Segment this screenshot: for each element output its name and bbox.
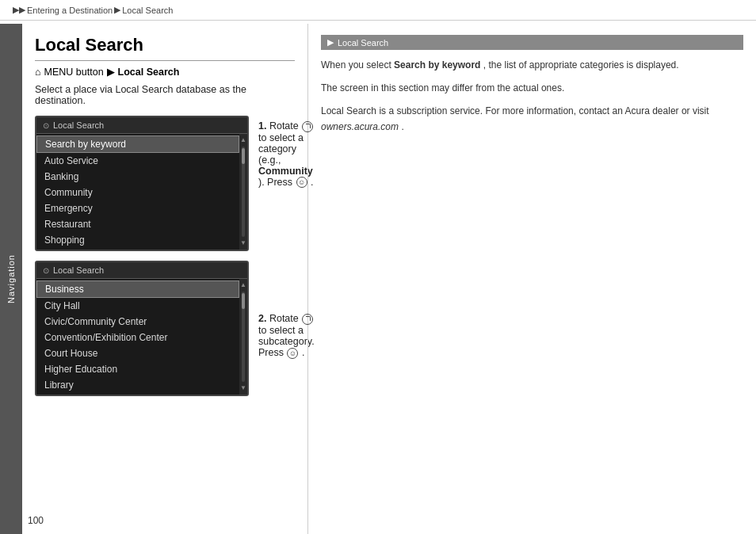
info-para1-suffix: , the list of appropriate categories is … <box>483 59 679 71</box>
scroll-up-arrow: ▲ <box>240 135 246 145</box>
page-number: 100 <box>28 515 44 526</box>
page-title: Local Search <box>35 35 295 61</box>
info-para1-bold: Search by keyword <box>394 59 480 71</box>
sidebar-label: Navigation <box>6 254 16 303</box>
steps-text-column: 1. Rotate to select a category (e.g., Co… <box>258 116 315 359</box>
screens-column: ⊙ Local Search Search by keyword Auto Se… <box>35 116 249 406</box>
screen2-list: Business City Hall Civic/Community Cente… <box>36 279 239 395</box>
screen1-header-icon: ⊙ <box>43 121 49 130</box>
page-description: Select a place via Local Search database… <box>35 84 295 106</box>
left-column: Local Search ⌂ MENU button ▶ Local Searc… <box>22 24 307 534</box>
list-item[interactable]: Court House <box>36 345 239 361</box>
menu-line: ⌂ MENU button ▶ Local Search <box>35 66 295 78</box>
step2-prefix: Rotate <box>269 313 299 324</box>
scroll-up-arrow: ▲ <box>240 280 246 290</box>
step2-mid: to select a subcategory. Press <box>258 325 315 358</box>
screen1-body: Search by keyword Auto Service Banking C… <box>36 134 247 250</box>
right-column: ▶ Local Search When you select Search by… <box>307 24 756 534</box>
step1-highlight: Community <box>258 166 313 177</box>
list-item[interactable]: Shopping <box>36 232 239 248</box>
info-content: When you select Search by keyword , the … <box>321 58 743 135</box>
scroll-thumb <box>242 148 245 164</box>
screen2-header: ⊙ Local Search <box>36 262 247 279</box>
screen1-header-title: Local Search <box>53 120 104 130</box>
info-panel-header: ▶ Local Search <box>321 35 743 50</box>
breadcrumb-part1: Entering a Destination <box>27 6 113 15</box>
info-para1: When you select Search by keyword , the … <box>321 58 743 73</box>
list-item[interactable]: Civic/Community Center <box>36 314 239 330</box>
screen1-header: ⊙ Local Search <box>36 117 247 134</box>
list-item[interactable]: Restaurant <box>36 216 239 232</box>
list-item[interactable]: Business <box>36 280 239 298</box>
screen2-scrollbar: ▲ ▼ <box>239 279 247 395</box>
step2-number: 2. <box>258 313 266 324</box>
breadcrumb-arrows: ▶▶ <box>13 5 25 15</box>
scroll-down-arrow: ▼ <box>240 383 246 393</box>
info-para2: The screen in this section may differ fr… <box>321 81 743 96</box>
info-para3-prefix: Local Search is a subscription service. … <box>321 105 709 116</box>
scroll-down-arrow: ▼ <box>240 238 246 248</box>
list-item[interactable]: Community <box>36 185 239 200</box>
info-para1-prefix: When you select <box>321 59 391 71</box>
main-content: Local Search ⌂ MENU button ▶ Local Searc… <box>22 24 756 534</box>
press-icon-2 <box>287 348 298 359</box>
sidebar: Navigation <box>0 24 22 534</box>
step1-number: 1. <box>258 120 266 132</box>
press-icon-1 <box>296 177 307 188</box>
breadcrumb-separator: ▶ <box>114 5 120 15</box>
scroll-track <box>242 292 245 382</box>
scroll-thumb <box>242 293 245 309</box>
rotate-icon-1 <box>302 121 313 132</box>
screen1-list: Search by keyword Auto Service Banking C… <box>36 134 239 250</box>
menu-prefix: MENU button <box>44 67 104 78</box>
breadcrumb-part2: Local Search <box>122 6 173 15</box>
step1-mid: to select a category (e.g., <box>258 132 304 166</box>
info-header-title: Local Search <box>338 38 388 48</box>
screen2-header-title: Local Search <box>53 265 104 275</box>
list-item[interactable]: Search by keyword <box>36 135 239 153</box>
step2-row: 2. Rotate to select a subcategory. Press… <box>258 311 315 358</box>
scroll-track <box>242 147 245 237</box>
info-para3-suffix: . <box>401 121 403 132</box>
menu-item: Local Search <box>118 67 180 78</box>
step1-text: 1. Rotate to select a category (e.g., Co… <box>258 119 315 188</box>
steps-area: ⊙ Local Search Search by keyword Auto Se… <box>35 116 295 406</box>
list-item[interactable]: Auto Service <box>36 153 239 169</box>
screen2-header-icon: ⊙ <box>43 266 49 275</box>
step2-period: . <box>302 347 304 358</box>
menu-arrow: ▶ <box>107 66 115 78</box>
list-item[interactable]: Higher Education <box>36 361 239 377</box>
screen2-scroll-area: Business City Hall Civic/Community Cente… <box>36 279 239 395</box>
info-header-icon: ▶ <box>327 37 334 48</box>
screen1-scroll-area: Search by keyword Auto Service Banking C… <box>36 134 239 250</box>
info-para3-link[interactable]: owners.acura.com <box>321 121 399 132</box>
breadcrumb: ▶▶ Entering a Destination ▶ Local Search <box>0 0 756 21</box>
list-item[interactable]: Library <box>36 377 239 393</box>
step1-suffix: ). Press <box>258 177 292 188</box>
step2-text: 2. Rotate to select a subcategory. Press… <box>258 311 315 358</box>
screen2: ⊙ Local Search Business City Hall Civic/… <box>35 261 249 396</box>
list-item[interactable]: Emergency <box>36 200 239 216</box>
step1-row: 1. Rotate to select a category (e.g., Co… <box>258 119 315 188</box>
list-item[interactable]: Banking <box>36 169 239 185</box>
menu-icon: ⌂ <box>35 67 41 78</box>
screen2-body: Business City Hall Civic/Community Cente… <box>36 279 247 395</box>
screen1-scrollbar: ▲ ▼ <box>239 134 247 250</box>
list-item[interactable]: City Hall <box>36 298 239 314</box>
info-para3: Local Search is a subscription service. … <box>321 104 743 134</box>
screen1: ⊙ Local Search Search by keyword Auto Se… <box>35 116 249 251</box>
list-item[interactable]: Convention/Exhibition Center <box>36 330 239 345</box>
step1-prefix: Rotate <box>269 120 299 132</box>
